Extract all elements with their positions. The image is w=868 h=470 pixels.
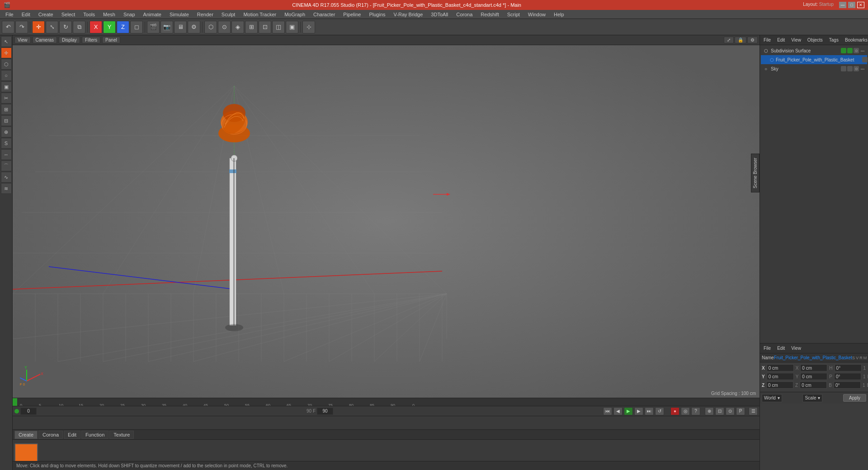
z-position-input[interactable] — [766, 381, 793, 389]
menu-item-sculpt[interactable]: Sculpt — [218, 11, 239, 18]
menu-item-select[interactable]: Select — [58, 11, 79, 18]
record-auto-button[interactable]: ◎ — [681, 407, 690, 415]
y-position-input[interactable] — [767, 373, 794, 380]
menu-item-mograph[interactable]: MoGraph — [281, 11, 309, 18]
viewport-maximize-button[interactable]: ⤢ — [724, 37, 734, 43]
b-input[interactable] — [834, 381, 861, 389]
tool-brush1[interactable]: ∿ — [1, 172, 12, 183]
menu-item-3dtoall[interactable]: 3DToAll — [427, 11, 452, 18]
menu-item-edit[interactable]: Edit — [18, 11, 34, 18]
tool-magnet[interactable]: S — [1, 138, 12, 149]
uv-mode-button[interactable]: ◫ — [272, 21, 285, 33]
obj-mgr-edit[interactable]: Edit — [775, 37, 787, 43]
menu-item-help[interactable]: Help — [550, 11, 568, 18]
tool-lasso[interactable]: ○ — [1, 70, 12, 81]
z-rotation-input[interactable] — [800, 381, 827, 389]
key-pos-button[interactable]: ⊕ — [705, 407, 714, 415]
x-axis-button[interactable]: X — [90, 21, 102, 33]
scale-dropdown[interactable]: Scale ▾ — [802, 394, 822, 402]
loop-button[interactable]: ↺ — [655, 407, 664, 415]
viewport-menu-view[interactable]: View — [14, 37, 31, 43]
world-dropdown[interactable]: World ▾ — [762, 394, 782, 402]
close-button[interactable]: ✕ — [857, 2, 864, 8]
move-tool-button[interactable]: ✛ — [32, 21, 45, 33]
record-button[interactable]: ● — [670, 407, 679, 415]
maximize-button[interactable]: □ — [848, 2, 855, 8]
viewport-menu-filters[interactable]: Filters — [82, 37, 100, 43]
menu-item-file[interactable]: File — [2, 11, 17, 18]
menu-item-character[interactable]: Character — [310, 11, 339, 18]
z-axis-button[interactable]: Z — [117, 21, 129, 33]
menu-item-pipeline[interactable]: Pipeline — [340, 11, 364, 18]
tool-weld[interactable]: ⊕ — [1, 127, 12, 137]
obj-mgr-bookmarks[interactable]: Bookmarks — [843, 37, 868, 43]
y-axis-button[interactable]: Y — [103, 21, 116, 33]
x-position-input[interactable] — [767, 364, 794, 371]
current-frame-input[interactable] — [20, 408, 37, 415]
all-axis-button[interactable]: ◻ — [130, 21, 143, 33]
object-mode-button[interactable]: ⬡ — [204, 21, 217, 33]
tool-brush2[interactable]: ≋ — [1, 183, 12, 194]
record-help-button[interactable]: ? — [691, 407, 700, 415]
key-scale-button[interactable]: ⊡ — [715, 407, 724, 415]
step-back-button[interactable]: ◀ — [613, 407, 623, 415]
apply-button[interactable]: Apply — [843, 394, 866, 402]
transform-tool-button[interactable]: ⧉ — [73, 21, 85, 33]
end-frame-input[interactable] — [317, 408, 333, 415]
rotate-tool-button[interactable]: ↻ — [59, 21, 72, 33]
polygon-mode-button[interactable]: ◈ — [231, 21, 244, 33]
viewport-menu-cameras[interactable]: Cameras — [33, 37, 57, 43]
p-input[interactable] — [834, 373, 861, 380]
menu-item-motion-tracker[interactable]: Motion Tracker — [240, 11, 280, 18]
y-rotation-input[interactable] — [800, 373, 827, 380]
tool-subdivide[interactable]: ⊟ — [1, 115, 12, 126]
menu-item-snap[interactable]: Snap — [120, 11, 139, 18]
tool-polygon[interactable]: ⬡ — [1, 59, 12, 70]
obj-mgr-file[interactable]: File — [762, 37, 773, 43]
key-rot-button[interactable]: ⊙ — [726, 407, 735, 415]
render-to-po-button[interactable]: 📷 — [160, 21, 173, 33]
render-viewport-button[interactable]: 🖥 — [174, 21, 187, 33]
menu-item-redshift[interactable]: Redshift — [477, 11, 502, 18]
mat-tab-edit[interactable]: Edit — [64, 431, 80, 439]
obj-mgr-view[interactable]: View — [789, 37, 803, 43]
menu-item-window[interactable]: Window — [524, 11, 549, 18]
texture-mode-button[interactable]: ▣ — [286, 21, 298, 33]
tool-symmetry[interactable]: ↔ — [1, 149, 12, 160]
menu-item-create[interactable]: Create — [35, 11, 57, 18]
menu-item-plugins[interactable]: Plugins — [365, 11, 389, 18]
render-region-button[interactable]: 🎬 — [147, 21, 160, 33]
menu-item-mesh[interactable]: Mesh — [99, 11, 119, 18]
viewport[interactable]: Perspective — [13, 45, 760, 398]
edge-mode-button[interactable]: ⊞ — [245, 21, 258, 33]
obj-mgr-tags[interactable]: Tags — [827, 37, 840, 43]
render-settings-button[interactable]: ⚙ — [188, 21, 200, 33]
viewport-lock-button[interactable]: 🔒 — [735, 37, 746, 43]
tool-extrude[interactable]: ⊞ — [1, 104, 12, 115]
menu-item-simulate[interactable]: Simulate — [166, 11, 193, 18]
menu-item-v-ray-bridge[interactable]: V-Ray Bridge — [390, 11, 427, 18]
viewport-menu-panel[interactable]: Panel — [102, 37, 120, 43]
mat-tab-function[interactable]: Function — [81, 431, 108, 439]
tool-bend[interactable]: ⌒ — [1, 160, 12, 171]
timeline-settings-button[interactable]: ☰ — [749, 407, 758, 415]
minimize-button[interactable]: — — [839, 2, 846, 8]
tool-paint[interactable]: ▣ — [1, 81, 12, 92]
play-button[interactable]: ▶ — [624, 407, 633, 415]
obj-mgr-objects[interactable]: Objects — [806, 37, 825, 43]
redo-button[interactable]: ↷ — [15, 21, 28, 33]
scene-browser-tab[interactable]: Scene Browser — [751, 154, 760, 193]
goto-end-button[interactable]: ⏭ — [645, 407, 654, 415]
undo-button[interactable]: ↶ — [2, 21, 14, 33]
scale-tool-button[interactable]: ⤡ — [46, 21, 58, 33]
viewport-menu-display[interactable]: Display — [59, 37, 80, 43]
attr-edit[interactable]: Edit — [775, 345, 787, 351]
point-mode-button[interactable]: ⊡ — [259, 21, 271, 33]
key-all-button[interactable]: P — [736, 407, 745, 415]
viewport-config-button[interactable]: ⚙ — [747, 37, 758, 43]
tool-move[interactable]: ✛ — [1, 47, 12, 58]
h-input[interactable] — [835, 364, 862, 371]
menu-item-script[interactable]: Script — [504, 11, 524, 18]
tool-knife[interactable]: ✂ — [1, 93, 12, 103]
obj-item-subdivision[interactable]: ⬡ Subdivision Surface ⊙ ••• — [761, 46, 867, 55]
